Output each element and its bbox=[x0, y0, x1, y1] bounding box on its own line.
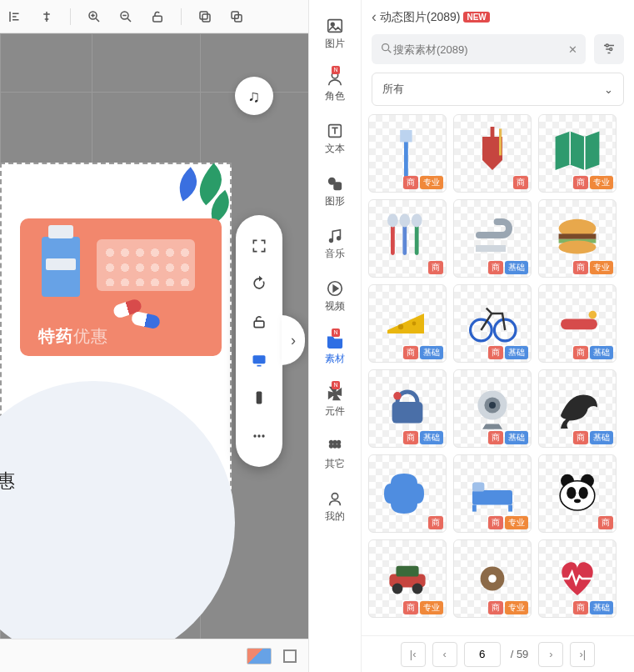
asset-tile-faucet[interactable]: 商基础 bbox=[453, 199, 532, 278]
unlock-tool-icon[interactable] bbox=[250, 313, 268, 331]
asset-tile-camera-bag[interactable]: 商基础 bbox=[368, 369, 447, 448]
device-desktop-icon[interactable] bbox=[250, 351, 268, 369]
asset-tile-panda[interactable]: 商 bbox=[538, 454, 617, 533]
nav-other[interactable]: 其它 bbox=[325, 437, 345, 471]
promo-text: 特药优惠 bbox=[38, 325, 108, 348]
svg-rect-61 bbox=[472, 505, 477, 512]
asset-tile-map[interactable]: 商专业 bbox=[538, 114, 617, 193]
back-button[interactable]: ‹ bbox=[372, 8, 377, 26]
nav-video[interactable]: 视频 bbox=[325, 279, 345, 313]
search-box[interactable]: ✕ bbox=[372, 34, 586, 64]
asset-tile-car[interactable]: 商专业 bbox=[368, 539, 447, 618]
align-center-icon[interactable] bbox=[38, 8, 55, 25]
tag-商: 商 bbox=[403, 601, 418, 614]
nav-image[interactable]: 图片 bbox=[325, 17, 345, 51]
align-left-icon[interactable] bbox=[7, 8, 23, 25]
asset-grid[interactable]: 商专业商商专业商商基础商专业商基础商基础商基础商基础商基础商基础商商专业商商专业… bbox=[362, 114, 634, 635]
asset-tile-heartbeat[interactable]: 商基础 bbox=[538, 539, 617, 618]
zoom-out-icon[interactable] bbox=[117, 8, 134, 25]
asset-tile-tool[interactable]: 商基础 bbox=[538, 284, 617, 363]
asset-tile-bicycle[interactable]: 商基础 bbox=[453, 284, 532, 363]
chevron-right-icon: › bbox=[291, 332, 296, 349]
more-icon[interactable] bbox=[250, 427, 268, 445]
tag-商: 商 bbox=[513, 176, 528, 189]
copy-icon[interactable] bbox=[197, 8, 213, 25]
svg-rect-10 bbox=[257, 392, 262, 404]
asset-tile-bed[interactable]: 商专业 bbox=[453, 454, 532, 533]
pager-last[interactable]: ›| bbox=[570, 642, 595, 667]
svg-rect-14 bbox=[328, 20, 342, 33]
svg-point-67 bbox=[579, 487, 588, 499]
category-dropdown[interactable]: 所有 ⌄ bbox=[372, 73, 624, 106]
search-input[interactable] bbox=[393, 43, 568, 56]
asset-tile-brain[interactable]: 商 bbox=[368, 454, 447, 533]
search-icon bbox=[380, 42, 393, 58]
tag-专业: 专业 bbox=[420, 176, 443, 189]
tag-基础: 基础 bbox=[505, 346, 528, 359]
device-phone-icon[interactable] bbox=[250, 389, 268, 407]
tag-商: 商 bbox=[488, 601, 503, 614]
asset-tile-dustpan[interactable]: 商 bbox=[453, 114, 532, 193]
promo-card: 特药优惠 bbox=[20, 218, 222, 356]
nav-label: 文本 bbox=[325, 142, 345, 156]
pills bbox=[113, 302, 172, 328]
fullscreen-icon[interactable] bbox=[250, 237, 268, 255]
side-nav: 图片N角色文本图形音乐视频N素材N元件其它我的 bbox=[308, 0, 362, 672]
nav-music[interactable]: 音乐 bbox=[325, 227, 345, 261]
new-badge: NEW bbox=[463, 12, 489, 23]
tag-商: 商 bbox=[573, 261, 588, 274]
nav-text[interactable]: 文本 bbox=[325, 122, 345, 156]
clear-search-icon[interactable]: ✕ bbox=[568, 43, 577, 56]
pager-prev[interactable]: ‹ bbox=[432, 642, 457, 667]
asset-tile-webcam[interactable]: 商基础 bbox=[453, 369, 532, 448]
artboard-edge-text: 惠 bbox=[0, 469, 15, 494]
zoom-in-icon[interactable] bbox=[86, 8, 102, 25]
svg-point-58 bbox=[489, 402, 496, 409]
svg-point-32 bbox=[610, 48, 612, 51]
nav-role[interactable]: N角色 bbox=[325, 69, 345, 103]
asset-tile-cheese[interactable]: 商基础 bbox=[368, 284, 447, 363]
toolbar-separator bbox=[181, 8, 182, 25]
asset-panel: ‹ 动态图片(2089) NEW ✕ 所有 ⌄ 商专业商商专业商商基础商专业商基… bbox=[362, 0, 634, 672]
tag-商: 商 bbox=[488, 516, 503, 529]
tile-tags: 商专业 bbox=[573, 261, 613, 274]
paste-icon[interactable] bbox=[228, 8, 245, 25]
asset-tile-donut[interactable]: 商专业 bbox=[453, 539, 532, 618]
asset-tile-cutlery[interactable]: 商 bbox=[368, 199, 447, 278]
nav-mine[interactable]: 我的 bbox=[325, 489, 345, 524]
asset-tile-crow[interactable]: 商基础 bbox=[538, 369, 617, 448]
tile-tags: 商 bbox=[428, 261, 443, 274]
svg-point-72 bbox=[412, 584, 423, 594]
asset-art bbox=[547, 379, 607, 439]
music-button[interactable]: ♫ bbox=[235, 77, 273, 115]
svg-rect-3 bbox=[202, 14, 210, 22]
tag-专业: 专业 bbox=[420, 601, 443, 614]
pager-next[interactable]: › bbox=[538, 642, 563, 667]
chevron-down-icon: ⌄ bbox=[604, 83, 613, 96]
filter-button[interactable] bbox=[594, 34, 624, 64]
nav-shape[interactable]: 图形 bbox=[325, 174, 345, 208]
artboard[interactable]: 特药优惠 惠 bbox=[0, 163, 232, 528]
asset-tile-toothbrush[interactable]: 商专业 bbox=[368, 114, 447, 193]
svg-rect-62 bbox=[508, 505, 512, 512]
unlock-icon[interactable] bbox=[149, 8, 166, 25]
panel-icon[interactable] bbox=[283, 649, 297, 663]
shapes-icon bbox=[326, 174, 344, 193]
nav-label: 图片 bbox=[325, 37, 345, 51]
music-icon bbox=[326, 227, 344, 245]
pager-page-input[interactable] bbox=[464, 642, 501, 667]
tile-tags: 商基础 bbox=[573, 346, 613, 359]
svg-point-24 bbox=[333, 441, 337, 444]
nav-assets[interactable]: N素材 bbox=[325, 332, 345, 366]
svg-rect-34 bbox=[400, 130, 412, 142]
nav-label: 我的 bbox=[325, 509, 345, 524]
asset-tile-burger[interactable]: 商专业 bbox=[538, 199, 617, 278]
play-icon bbox=[326, 279, 344, 298]
text-icon bbox=[326, 122, 344, 140]
svg-point-20 bbox=[330, 239, 333, 243]
pager-first[interactable]: |‹ bbox=[401, 642, 426, 667]
rotate-icon[interactable] bbox=[250, 274, 268, 293]
asset-art bbox=[547, 293, 607, 354]
page-thumbnail[interactable] bbox=[247, 648, 272, 664]
nav-components[interactable]: N元件 bbox=[325, 384, 345, 419]
